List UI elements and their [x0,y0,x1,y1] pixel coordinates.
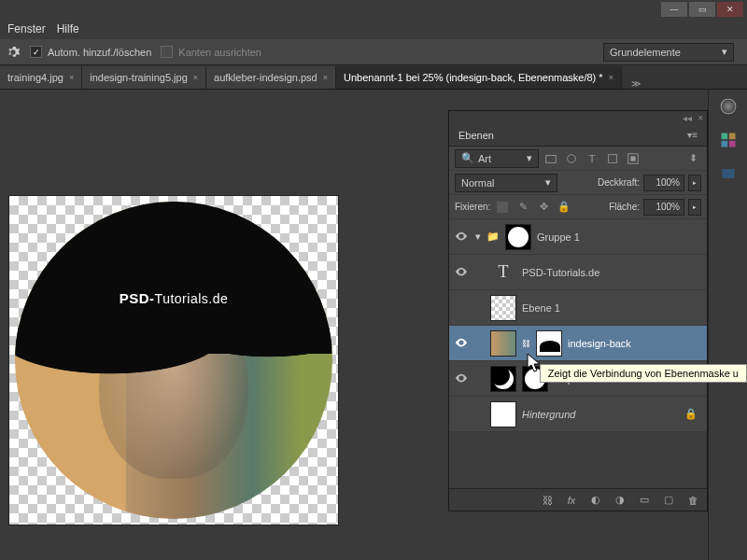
layers-panel-icon[interactable] [719,164,738,183]
svg-rect-12 [497,202,508,213]
layer-name[interactable]: Hintergrund [522,409,575,420]
layer-group[interactable]: ▾ 📁 Gruppe 1 [449,219,707,255]
close-button[interactable]: ✕ [717,2,743,17]
layers-panel-footer: ⛓ fx ◐ ◑ ▭ ▢ 🗑 [449,488,707,511]
options-bar: ✓ Autom. hinzuf./löschen Kanten ausricht… [0,39,747,65]
layer-text[interactable]: T PSD-Tutorials.de [449,255,707,290]
swatches-icon[interactable] [719,131,738,149]
close-icon[interactable]: × [323,73,328,82]
group-mask-thumb[interactable] [505,224,531,250]
chevron-down-icon: ▾ [722,46,727,58]
filter-shape-icon[interactable] [604,150,621,167]
workspace-label: Grundelemente [610,47,681,58]
align-edges-checkbox[interactable]: Kanten ausrichten [161,46,261,58]
right-icon-sidebar [708,90,747,560]
opacity-arrow[interactable]: ▸ [688,175,701,191]
menu-hilfe[interactable]: Hilfe [57,22,79,35]
filter-type-select[interactable]: 🔍 Art ▾ [455,149,539,168]
panel-menu-icon[interactable]: ▾≡ [687,130,698,140]
fill-arrow[interactable]: ▸ [688,199,701,216]
layer-thumb[interactable] [490,366,516,392]
opacity-input[interactable]: 100% [643,175,684,191]
layer-thumb[interactable] [490,330,516,357]
filter-pixel-icon[interactable] [543,150,559,167]
fill-input[interactable]: 100% [643,199,684,216]
lock-icon[interactable]: 🔒 [684,408,698,420]
blend-opacity-row: Normal ▾ Deckkraft: 100% ▸ [449,171,707,195]
artwork-circle: PSD-Tutorials.de [15,202,332,519]
svg-rect-9 [609,154,617,162]
group-button[interactable]: ▭ [636,492,653,509]
tooltip: Zeigt die Verbindung von Ebenenmaske u [540,364,747,383]
filter-smart-icon[interactable] [625,150,641,167]
lock-position-icon[interactable]: ✥ [535,199,552,216]
workspace-dropdown[interactable]: Grundelemente ▾ [603,43,734,62]
type-layer-icon: T [490,262,516,282]
delete-layer-button[interactable]: 🗑 [684,492,701,509]
tab-overflow-button[interactable]: ≫ [626,78,646,89]
mask-thumb[interactable] [536,330,562,357]
tab-training4[interactable]: training4.jpg× [0,66,82,89]
tab-unbenannt[interactable]: Unbenannt-1 bei 25% (indesign-back, Eben… [336,66,622,89]
layer-name[interactable]: indesign-back [568,338,631,349]
auto-add-checkbox[interactable]: ✓ Autom. hinzuf./löschen [30,46,151,58]
color-wheel-icon[interactable] [719,97,738,116]
disclosure-triangle-icon[interactable]: ▾ [475,231,481,243]
close-icon[interactable]: × [69,73,74,82]
lock-transparent-icon[interactable] [494,199,511,216]
layer-ebene1[interactable]: Ebene 1 [449,290,707,326]
svg-rect-6 [722,169,734,178]
link-layers-button[interactable]: ⛓ [539,492,556,509]
svg-point-1 [721,100,735,114]
visibility-toggle[interactable] [453,338,470,349]
layer-thumb[interactable] [490,401,516,427]
visibility-toggle[interactable] [453,231,470,243]
gear-icon[interactable] [6,45,21,60]
visibility-toggle[interactable] [453,373,470,385]
auto-add-label: Autom. hinzuf./löschen [48,47,151,58]
layer-mask-button[interactable]: ◐ [587,492,604,509]
filter-adjust-icon[interactable] [563,150,580,167]
link-icon[interactable]: ⛓ [522,339,530,348]
blend-mode-select[interactable]: Normal ▾ [455,174,557,192]
panel-collapse-row: ◂◂ × [449,111,707,124]
lock-paint-icon[interactable]: ✎ [514,199,531,216]
svg-point-8 [568,154,576,162]
fill-label: Fläche: [609,202,640,212]
filter-toggle-switch[interactable]: ⬍ [684,150,701,167]
layer-name[interactable]: Gruppe 1 [537,231,580,243]
svg-rect-7 [546,155,557,162]
layer-style-button[interactable]: fx [563,492,580,509]
maximize-button[interactable]: ▭ [689,2,715,17]
layer-thumb[interactable] [490,295,516,321]
collapse-icon[interactable]: ◂◂ [683,113,692,123]
adjustment-layer-button[interactable]: ◑ [612,492,628,509]
menu-fenster[interactable]: Fenster [7,22,46,35]
minimize-button[interactable]: — [661,2,687,17]
chevron-down-icon: ▾ [527,152,532,164]
panel-tab-bar: Ebenen ▾≡ [449,124,707,147]
lock-all-icon[interactable]: 🔒 [556,199,572,216]
tab-training5[interactable]: indesign-training5.jpg× [82,66,206,89]
svg-rect-3 [728,133,735,140]
window-titlebar: — ▭ ✕ [0,0,747,19]
chevron-down-icon: ▾ [545,176,551,189]
visibility-toggle[interactable] [453,267,470,278]
document-canvas[interactable]: PSD-Tutorials.de [9,196,338,525]
tab-aufkleber[interactable]: aufkleber-indesign.psd× [206,66,336,89]
panel-title[interactable]: Ebenen [458,130,494,141]
layer-name[interactable]: PSD-Tutorials.de [522,267,599,278]
align-edges-label: Kanten ausrichten [178,47,261,58]
close-icon[interactable]: × [193,73,198,82]
psd-text-layer: PSD-Tutorials.de [120,290,228,306]
folder-icon: 📁 [486,231,500,243]
close-icon[interactable]: × [609,73,613,82]
new-layer-button[interactable]: ▢ [660,492,677,509]
filter-type-icon[interactable]: T [584,150,600,167]
layer-indesign-back[interactable]: ⛓ indesign-back [449,326,707,361]
lock-fill-row: Fixieren: ✎ ✥ 🔒 Fläche: 100% ▸ [449,195,707,219]
layer-name[interactable]: Ebene 1 [522,302,560,314]
svg-rect-11 [630,156,635,161]
panel-close-icon[interactable]: × [698,113,703,123]
layer-background[interactable]: Hintergrund 🔒 [449,397,707,432]
